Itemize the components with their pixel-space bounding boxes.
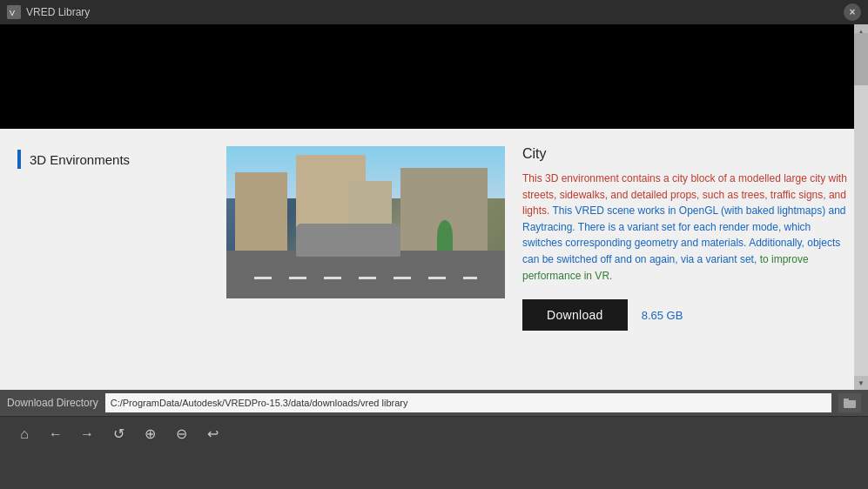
item-title: City bbox=[522, 146, 851, 162]
directory-label: Download Directory bbox=[7, 397, 98, 409]
main-content-area: 3D Environments City Thi bbox=[0, 24, 868, 390]
forward-icon: → bbox=[80, 426, 94, 442]
city-image bbox=[226, 146, 505, 298]
scrollbar[interactable]: ▲ ▼ bbox=[854, 24, 868, 390]
road-lines bbox=[254, 277, 477, 279]
toolbar: ⌂ ← → ↺ ⊕ ⊖ ↩ bbox=[0, 416, 868, 451]
content-section: 3D Environments City Thi bbox=[0, 129, 868, 348]
car-shape bbox=[296, 224, 400, 257]
svg-rect-2 bbox=[844, 400, 856, 408]
directory-bar: Download Directory bbox=[0, 390, 868, 416]
city-image-area bbox=[226, 146, 505, 298]
scroll-thumb[interactable] bbox=[854, 33, 868, 85]
refresh-icon: ↺ bbox=[113, 425, 124, 442]
left-panel: 3D Environments bbox=[0, 146, 226, 331]
tree-1 bbox=[437, 220, 453, 251]
back-icon: ← bbox=[49, 426, 63, 442]
zoom-in-button[interactable]: ⊕ bbox=[136, 421, 164, 447]
file-size: 8.65 GB bbox=[642, 309, 683, 322]
back-button[interactable]: ← bbox=[42, 421, 70, 447]
directory-input[interactable] bbox=[105, 393, 831, 412]
item-description: This 3D environment contains a city bloc… bbox=[522, 171, 851, 284]
refresh-button[interactable]: ↺ bbox=[104, 421, 132, 447]
app-icon: V bbox=[7, 5, 21, 19]
reset-icon: ↩ bbox=[207, 425, 219, 442]
title-bar: V VRED Library × bbox=[0, 0, 868, 24]
download-row: Download 8.65 GB bbox=[522, 299, 851, 331]
city-road bbox=[226, 251, 505, 298]
reset-button[interactable]: ↩ bbox=[198, 421, 226, 447]
section-heading: 3D Environments bbox=[17, 150, 226, 169]
blue-accent-bar bbox=[17, 150, 21, 169]
window-title: VRED Library bbox=[26, 6, 838, 18]
building-1 bbox=[235, 172, 287, 251]
scroll-down-arrow[interactable]: ▼ bbox=[854, 376, 868, 390]
home-icon: ⌂ bbox=[20, 426, 29, 442]
browse-folder-button[interactable] bbox=[838, 393, 861, 412]
forward-button[interactable]: → bbox=[73, 421, 101, 447]
banner-image bbox=[0, 24, 868, 129]
zoom-out-button[interactable]: ⊖ bbox=[167, 421, 195, 447]
close-button[interactable]: × bbox=[844, 3, 861, 21]
svg-rect-3 bbox=[844, 399, 849, 401]
section-title: 3D Environments bbox=[30, 152, 130, 167]
info-panel: City This 3D environment contains a city… bbox=[522, 146, 851, 331]
svg-text:V: V bbox=[10, 9, 15, 17]
home-button[interactable]: ⌂ bbox=[10, 421, 38, 447]
zoom-out-icon: ⊖ bbox=[176, 425, 187, 442]
download-button[interactable]: Download bbox=[522, 299, 628, 331]
zoom-in-icon: ⊕ bbox=[145, 425, 156, 442]
